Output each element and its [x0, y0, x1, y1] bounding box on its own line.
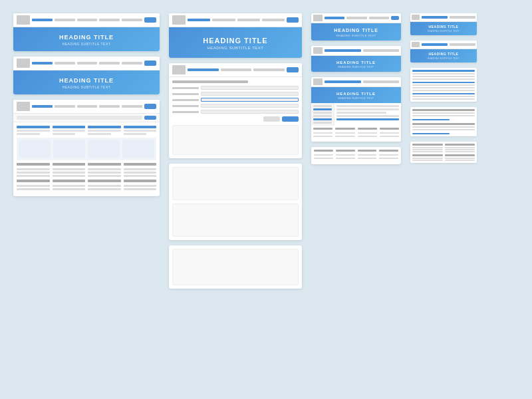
mc-link-1 [412, 119, 450, 120]
hero-title-c2-1: HEADING TITLE [174, 37, 297, 45]
mf-col-3 [412, 154, 443, 161]
bc-title-1 [17, 163, 50, 166]
mini-card-3 [88, 140, 120, 158]
wireframe-mobile-2: HEADING TITLE HEADING SUBTITLE TEXT [410, 41, 477, 63]
main-line-3 [336, 112, 386, 114]
search-button-1[interactable] [144, 116, 156, 120]
sidebar-line-4 [313, 122, 332, 124]
nav-button-c2-2[interactable] [287, 67, 299, 72]
bc-title-6 [53, 180, 86, 182]
wireframe-narrow-3: HEADING TITLE HEADING SUBTITLE TEXT [311, 77, 401, 142]
mf-line-10 [445, 160, 475, 161]
nav-bar-c3-2 [311, 46, 401, 56]
column-3: HEADING TITLE HEADING SUBTITLE TEXT HEAD… [311, 13, 401, 164]
column-2: HEADING TITLE HEADING SUBTITLE TEXT [169, 13, 302, 289]
bc-line-13 [17, 185, 50, 187]
nav-button-3[interactable] [144, 104, 156, 109]
nav-link-c2-1 [188, 19, 210, 21]
bc-cell-6 [53, 180, 86, 190]
bc-title-2 [53, 163, 86, 166]
c3-fc-3 [358, 150, 377, 159]
nav-button-2[interactable] [144, 61, 156, 66]
bc-title-5 [17, 180, 50, 182]
content-cell-1 [17, 126, 50, 135]
hero-title-c4-2: HEADING TITLE [412, 52, 475, 56]
nav-bar-c2-2 [169, 63, 302, 77]
form-field-5[interactable] [201, 110, 299, 114]
ml-line-5 [412, 87, 475, 88]
nav-bar-c4-1 [410, 13, 477, 22]
mf-line-5 [445, 149, 475, 150]
nav-bar-1 [13, 13, 160, 27]
form-row-2 [172, 92, 299, 96]
wireframe-tablet-2 [169, 63, 302, 158]
nav-link-c4-1 [422, 16, 448, 19]
hero-subtitle-c4-2: HEADING SUBTITLE TEXT [412, 57, 475, 60]
nav-link-3-3 [99, 105, 120, 108]
bc-line-9 [88, 175, 121, 177]
blank-panel-c2-1 [172, 125, 299, 155]
nav-links-1 [32, 19, 142, 21]
nav-link-c4-2b [450, 43, 475, 46]
c3-fl-7 [379, 154, 398, 156]
hero-banner-1: HEADING TITLE HEADING SUBTITLE TEXT [13, 27, 160, 51]
form-field-2[interactable] [201, 92, 299, 96]
c3-bc-title-2 [335, 128, 354, 130]
nav-links-c4-2 [422, 43, 475, 46]
nav-bar-3 [13, 100, 160, 114]
nav-button-c3-1[interactable] [391, 16, 399, 20]
nav-link-3 [99, 19, 120, 21]
search-input-1[interactable] [17, 116, 142, 120]
form-row-4 [172, 104, 299, 108]
form-field-1[interactable] [201, 86, 299, 90]
submit-button[interactable] [282, 116, 299, 122]
nav-links-c2-2 [188, 68, 285, 71]
c3-fl-5 [358, 154, 377, 156]
mc-line-2 [412, 115, 475, 116]
bc-line-8 [88, 172, 121, 174]
mf-col-4 [445, 154, 475, 161]
sidebar-panel-1 [311, 103, 334, 126]
nav-link-4 [122, 19, 142, 21]
mf-line-6 [445, 151, 475, 152]
bc-cell-4 [124, 163, 157, 177]
hero-title-c3-2: HEADING TITLE [315, 61, 398, 65]
nav-link-c4-2a [422, 43, 448, 46]
nav-link-c2-4 [262, 19, 285, 21]
cell-title-4 [124, 126, 157, 128]
form-label-3 [172, 99, 199, 101]
wireframe-desktop-1: HEADING TITLE HEADING SUBTITLE TEXT [13, 13, 160, 51]
nav-button-1[interactable] [144, 17, 156, 23]
mf-title-3 [412, 154, 443, 156]
bc-cell-3 [88, 163, 121, 177]
hero-subtitle-1: HEADING SUBTITLE TEXT [19, 42, 154, 46]
wireframe-tablet-3 [169, 164, 302, 240]
nav-link-c2-3 [237, 19, 260, 21]
nav-link-2-2 [77, 62, 98, 65]
form-field-4[interactable] [201, 104, 299, 108]
logo-c2-2 [172, 65, 186, 74]
nav-bar-c3-1 [311, 13, 401, 23]
mf-line-1 [412, 147, 443, 148]
mf-title-1 [412, 144, 443, 146]
bc-line-17 [88, 185, 121, 187]
sidebar-line-active-2 [313, 118, 332, 120]
form-section-title-1 [172, 80, 248, 83]
nav-bar-c2-1 [169, 13, 302, 27]
cell-title-2 [53, 126, 86, 128]
cancel-button[interactable] [263, 116, 280, 122]
column-4: HEADING TITLE HEADING SUBTITLE TEXT HEAD… [410, 13, 477, 163]
hero-title-2: HEADING TITLE [19, 77, 154, 84]
mc-title-1 [412, 109, 475, 111]
bc-line-10 [124, 168, 157, 170]
nav-link-3-2 [77, 105, 98, 108]
form-field-3[interactable] [201, 98, 299, 102]
hero-subtitle-c4-1: HEADING SUBTITLE TEXT [412, 30, 475, 33]
wireframe-desktop-3 [13, 100, 160, 196]
logo-c3-3 [313, 78, 323, 85]
mobile-content-1 [412, 109, 475, 134]
nav-button-c2-1[interactable] [287, 17, 299, 23]
mc-link-2 [412, 133, 450, 134]
wireframe-narrow-4 [311, 147, 401, 164]
content-cell-3 [88, 126, 121, 135]
